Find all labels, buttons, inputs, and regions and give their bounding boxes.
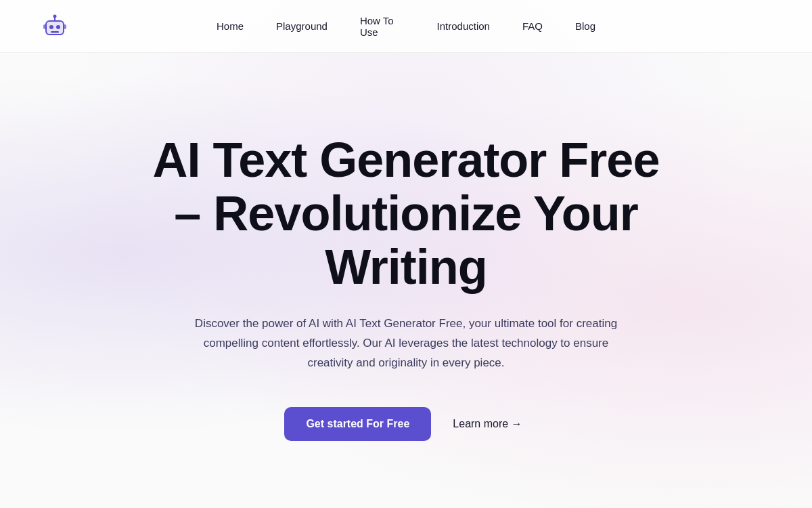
hero-section: AI Text Generator Free – Revolutionize Y… — [0, 53, 812, 508]
get-started-button[interactable]: Get started For Free — [284, 407, 431, 441]
svg-rect-4 — [51, 31, 59, 33]
nav-item-home[interactable]: Home — [203, 15, 257, 37]
nav-item-blog[interactable]: Blog — [562, 15, 609, 37]
svg-rect-8 — [64, 24, 66, 29]
hero-subtitle: Discover the power of AI with AI Text Ge… — [189, 314, 623, 373]
learn-more-button[interactable]: Learn more → — [447, 407, 527, 441]
nav-menu: Home Playground How To Use Introduction … — [203, 9, 609, 43]
nav-item-playground[interactable]: Playground — [263, 15, 341, 37]
svg-point-3 — [56, 25, 60, 29]
svg-rect-7 — [43, 24, 46, 29]
svg-point-2 — [49, 25, 53, 29]
logo-icon — [41, 12, 69, 41]
nav-item-faq[interactable]: FAQ — [509, 15, 556, 37]
hero-title: AI Text Generator Free – Revolutionize Y… — [135, 133, 677, 295]
nav-item-how-to-use[interactable]: How To Use — [346, 9, 418, 43]
navbar: Home Playground How To Use Introduction … — [0, 0, 812, 53]
svg-point-6 — [53, 14, 57, 18]
nav-item-introduction[interactable]: Introduction — [424, 15, 503, 37]
logo[interactable] — [41, 12, 69, 41]
hero-actions: Get started For Free Learn more → — [284, 407, 527, 441]
